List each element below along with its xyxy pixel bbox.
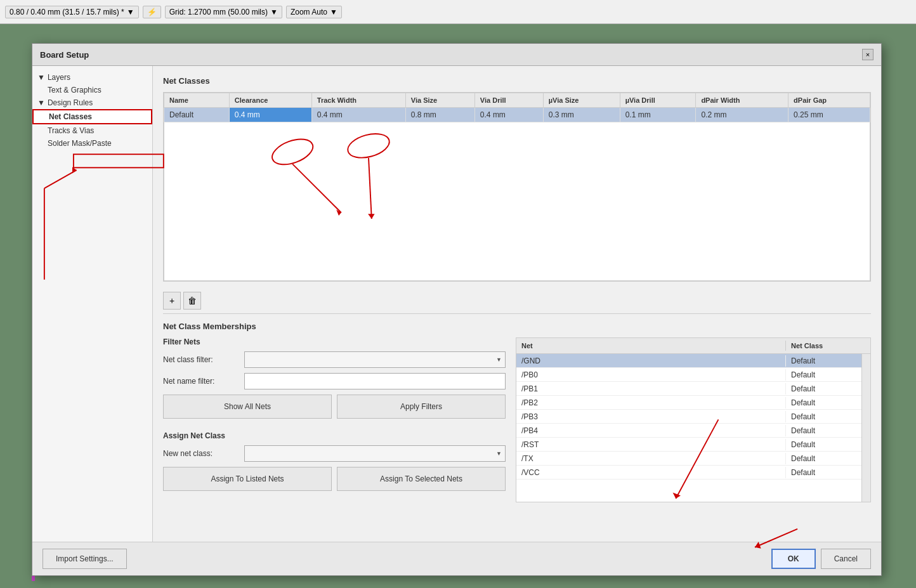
net-row-vcc[interactable]: /VCC Default (516, 466, 861, 480)
net-cell-pb4[interactable]: /PB4 (516, 425, 785, 436)
net-cell-pb0[interactable]: /PB0 (516, 369, 785, 381)
canvas-area: Board Setup × ▼ Layers Text & Graphics ▼… (0, 24, 916, 588)
ok-button[interactable]: OK (771, 549, 816, 569)
sidebar-item-net-classes[interactable]: Net Classes (32, 109, 152, 124)
add-row-button[interactable]: + (163, 292, 181, 310)
cell-via-drill[interactable]: 0.4 mm (474, 108, 543, 122)
zoom-value: Zoom Auto (291, 8, 327, 16)
net-row-rst[interactable]: /RST Default (516, 438, 861, 452)
drc-icon-btn[interactable]: ⚡ (143, 6, 161, 18)
net-cell-pb2[interactable]: /PB2 (516, 397, 785, 408)
cell-uvia-drill[interactable]: 0.1 mm (620, 108, 696, 122)
dialog-footer: Import Settings... OK Cancel (32, 542, 881, 575)
filter-panel: Filter Nets Net class filter: (163, 337, 506, 502)
cancel-label: Cancel (834, 554, 858, 563)
dialog-body: ▼ Layers Text & Graphics ▼ Design Rules … (32, 66, 881, 542)
table-empty-area (164, 122, 870, 281)
drc-icon: ⚡ (147, 8, 157, 16)
dialog-title: Board Setup (40, 50, 89, 60)
new-net-class-select[interactable] (244, 445, 506, 462)
net-list-scrollbar[interactable] (861, 354, 870, 502)
net-cell-tx[interactable]: /TX (516, 453, 785, 464)
close-button[interactable]: × (862, 49, 873, 60)
net-row-pb4[interactable]: /PB4 Default (516, 424, 861, 438)
col-clearance: Clearance (229, 93, 311, 108)
assign-to-listed-button[interactable]: Assign To Listed Nets (163, 467, 332, 491)
dimensions-dropdown-icon: ▼ (127, 8, 134, 16)
class-cell-vcc: Default (785, 467, 861, 478)
net-list-panel: Net Net Class /GND Default (516, 337, 871, 502)
net-cell-pb1[interactable]: /PB1 (516, 383, 785, 395)
cell-dpair-gap[interactable]: 0.25 mm (788, 108, 870, 122)
class-cell-pb2: Default (785, 397, 861, 408)
assign-to-listed-label: Assign To Listed Nets (211, 474, 284, 483)
net-class-filter-row: Net class filter: (163, 351, 506, 368)
net-row-tx[interactable]: /TX Default (516, 452, 861, 466)
import-settings-label: Import Settings... (56, 554, 114, 563)
footer-buttons: OK Cancel (771, 549, 871, 569)
grid-value: Grid: 1.2700 mm (50.00 mils) (169, 8, 268, 16)
delete-row-button[interactable]: 🗑 (183, 292, 201, 310)
sidebar-item-layers-label: Layers (48, 73, 70, 82)
sidebar-item-text-graphics[interactable]: Text & Graphics (32, 84, 152, 96)
cell-clearance[interactable]: 0.4 mm (229, 108, 311, 122)
net-cell-rst[interactable]: /RST (516, 439, 785, 450)
sidebar: ▼ Layers Text & Graphics ▼ Design Rules … (32, 66, 153, 542)
dialog-titlebar: Board Setup × (32, 44, 881, 66)
zoom-selector[interactable]: Zoom Auto ▼ (286, 6, 342, 18)
dimensions-selector[interactable]: 0.80 / 0.40 mm (31.5 / 15.7 mils) * ▼ (5, 6, 139, 18)
table-header-row: Name Clearance Track Width Via Size Via … (164, 93, 870, 108)
net-cell-gnd[interactable]: /GND (516, 355, 785, 367)
table-row[interactable]: Default 0.4 mm 0.4 mm 0.8 mm 0.4 mm 0.3 … (164, 108, 870, 122)
sidebar-item-design-rules[interactable]: ▼ Design Rules (32, 96, 152, 109)
assign-to-selected-button[interactable]: Assign To Selected Nets (337, 467, 506, 491)
main-content: Net Classes Name Clearance Track Width V… (153, 66, 881, 542)
col-dpair-gap: dPair Gap (788, 93, 870, 108)
grid-selector[interactable]: Grid: 1.2700 mm (50.00 mils) ▼ (165, 6, 282, 18)
delete-icon: 🗑 (188, 296, 197, 306)
show-all-nets-button[interactable]: Show All Nets (163, 395, 332, 419)
sidebar-item-layers[interactable]: ▼ Layers (32, 71, 152, 84)
cancel-button[interactable]: Cancel (821, 549, 871, 569)
grid-dropdown-icon: ▼ (270, 8, 278, 16)
assign-net-class-label: Assign Net Class (163, 431, 506, 440)
net-classes-table: Name Clearance Track Width Via Size Via … (164, 93, 870, 122)
memberships-inner: Filter Nets Net class filter: (163, 337, 871, 502)
new-net-class-label: New net class: (163, 449, 239, 458)
net-row-pb3[interactable]: /PB3 Default (516, 410, 861, 424)
net-cell-pb3[interactable]: /PB3 (516, 411, 785, 422)
cell-track-width[interactable]: 0.4 mm (311, 108, 405, 122)
assign-section: Assign Net Class New net class: (163, 431, 506, 491)
import-settings-button[interactable]: Import Settings... (43, 549, 127, 569)
class-col-header: Net Class (785, 341, 861, 351)
apply-filters-button[interactable]: Apply Filters (337, 395, 506, 419)
expand-icon-layers: ▼ (37, 73, 45, 82)
sidebar-item-design-rules-label: Design Rules (48, 98, 93, 107)
class-cell-pb0: Default (785, 369, 861, 381)
cell-name[interactable]: Default (164, 108, 230, 122)
add-icon: + (169, 296, 174, 306)
memberships-section: Net Class Memberships Filter Nets Net cl… (163, 313, 871, 502)
net-row-pb1[interactable]: /PB1 Default (516, 382, 861, 396)
cell-dpair-width[interactable]: 0.2 mm (696, 108, 788, 122)
zoom-dropdown-icon: ▼ (330, 8, 337, 16)
net-col-header: Net (516, 341, 785, 351)
sidebar-item-tracks-vias[interactable]: Tracks & Vias (32, 124, 152, 137)
net-row-pb2[interactable]: /PB2 Default (516, 396, 861, 410)
net-classes-title: Net Classes (163, 76, 871, 86)
cell-via-size[interactable]: 0.8 mm (405, 108, 474, 122)
net-class-filter-label: Net class filter: (163, 355, 239, 364)
col-via-size: Via Size (405, 93, 474, 108)
net-list-scroll[interactable]: /GND Default /PB0 Default /PB1 (516, 354, 861, 502)
net-name-filter-row: Net name filter: (163, 373, 506, 389)
net-cell-vcc[interactable]: /VCC (516, 467, 785, 478)
net-row-pb0[interactable]: /PB0 Default (516, 368, 861, 382)
net-name-filter-input[interactable] (244, 373, 506, 389)
net-list-header: Net Net Class (516, 338, 870, 354)
class-cell-rst: Default (785, 439, 861, 450)
net-row-gnd[interactable]: /GND Default (516, 354, 861, 368)
sidebar-item-solder-mask[interactable]: Solder Mask/Paste (32, 137, 152, 150)
sidebar-item-solder-mask-label: Solder Mask/Paste (48, 139, 112, 148)
cell-uvia-size[interactable]: 0.3 mm (543, 108, 620, 122)
net-class-filter-select[interactable] (244, 351, 506, 368)
